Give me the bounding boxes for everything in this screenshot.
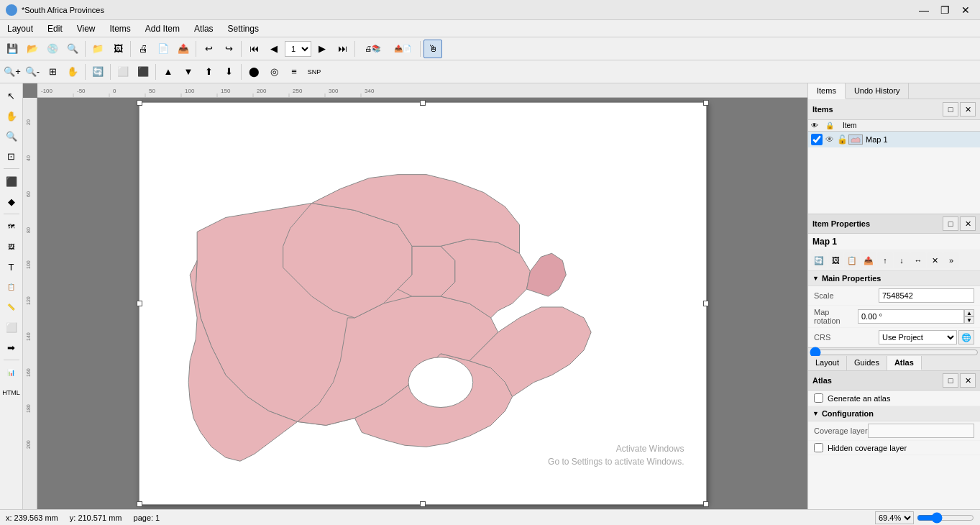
open-button[interactable]: 📂 (23, 40, 42, 58)
subtab-layout[interactable]: Layout (808, 356, 847, 370)
prop-delete-btn[interactable]: ✕ (927, 252, 943, 268)
prop-copy-btn[interactable]: 📋 (844, 252, 860, 268)
redo-button[interactable]: ↪ (219, 40, 238, 58)
prop-hscroll[interactable] (808, 347, 980, 356)
prop-export-btn[interactable]: 📤 (861, 252, 876, 268)
handle-mid-left[interactable] (137, 301, 142, 306)
coverage-layer-input[interactable] (868, 424, 974, 438)
items-expand-button[interactable]: □ (943, 102, 958, 117)
zoom-out-button[interactable]: 🔍- (23, 63, 42, 81)
map-rotation-input[interactable] (858, 309, 964, 324)
crs-select[interactable]: Use Project (879, 330, 957, 344)
item-prop-close[interactable]: ✕ (960, 216, 976, 231)
handle-top-right[interactable] (703, 100, 709, 106)
raise-button[interactable]: ▲ (159, 63, 178, 81)
menu-edit[interactable]: Edit (40, 22, 70, 35)
print-preview-button[interactable]: 🔍 (63, 40, 82, 58)
item-prop-expand[interactable]: □ (943, 216, 958, 231)
zoom-level-select[interactable]: 69.4% (875, 511, 914, 524)
menu-atlas[interactable]: Atlas (187, 22, 221, 35)
pan-tool[interactable]: ✋ (63, 63, 82, 81)
export-atlas-button[interactable]: 📤📄 (388, 40, 417, 58)
zoom-extent-left[interactable]: ⊡ (2, 147, 21, 165)
undo-button[interactable]: ↩ (199, 40, 218, 58)
hidden-coverage-checkbox[interactable] (814, 443, 823, 452)
export-svg-button[interactable]: 📤 (174, 40, 193, 58)
snap-button[interactable]: SNP (305, 63, 324, 81)
pan-tool-left[interactable]: ✋ (2, 106, 21, 125)
save-button[interactable]: 💾 (3, 40, 22, 58)
handle-bot-center[interactable] (420, 501, 426, 507)
prop-hscroll-bar[interactable] (810, 350, 979, 355)
prop-frame-btn[interactable]: 🖼 (828, 252, 843, 268)
ungroup-button[interactable]: ⬛ (134, 63, 152, 81)
handle-top-left[interactable] (137, 100, 142, 106)
print-button[interactable]: 🖨 (134, 40, 152, 58)
add-shape-tool[interactable]: ⬜ (2, 318, 21, 337)
group-button[interactable]: ⬜ (114, 63, 132, 81)
prop-move-down-btn[interactable]: ↓ (894, 252, 910, 268)
add-html-tool[interactable]: HTML (2, 383, 21, 402)
zoom-slider[interactable] (917, 512, 974, 524)
close-button[interactable]: ✕ (957, 3, 974, 17)
refresh-button[interactable]: 🔄 (88, 63, 107, 81)
zoom-in-button[interactable]: 🔍+ (3, 63, 22, 81)
prev-page-button[interactable]: ◀ (265, 40, 283, 58)
atlas-close-btn[interactable]: ✕ (960, 373, 976, 388)
item-visibility-map1[interactable]: 👁 (825, 134, 837, 145)
save-as-button[interactable]: 💿 (43, 40, 62, 58)
lower-bottom-button[interactable]: ⬇ (219, 63, 238, 81)
maximize-button[interactable]: ❐ (936, 3, 954, 17)
select-arrow-tool[interactable]: ↖ (2, 86, 21, 105)
menu-settings[interactable]: Settings (221, 22, 266, 35)
generate-atlas-checkbox[interactable] (814, 393, 823, 403)
configuration-section[interactable]: ▼ Configuration (808, 406, 980, 421)
node-tool[interactable]: ◆ (2, 192, 21, 211)
atlas-expand-btn[interactable]: □ (943, 373, 958, 388)
subtab-guides[interactable]: Guides (847, 356, 887, 370)
lower-button[interactable]: ▼ (179, 63, 198, 81)
first-page-button[interactable]: ⏮ (244, 40, 263, 58)
items-close-button[interactable]: ✕ (960, 102, 976, 117)
distribute-button[interactable]: ≡ (285, 63, 303, 81)
page-select[interactable]: 1 (285, 41, 311, 57)
crs-edit-button[interactable]: 🌐 (958, 330, 974, 344)
prop-resize-btn[interactable]: ↔ (910, 252, 926, 268)
item-lock-map1[interactable]: 🔓 (837, 134, 848, 145)
map-rotation-up[interactable]: ▲ (964, 309, 974, 316)
minimize-button[interactable]: — (915, 3, 933, 17)
handle-bot-left[interactable] (137, 501, 142, 507)
add-scalebar-tool[interactable]: 📏 (2, 298, 21, 316)
select-tool[interactable]: 🖱 (423, 40, 442, 58)
export-pdf-button[interactable]: 📄 (154, 40, 173, 58)
tab-items[interactable]: Items (808, 83, 846, 99)
move-item-tool[interactable]: ⬛ (2, 172, 21, 191)
map-rotation-down[interactable]: ▼ (964, 316, 974, 324)
last-page-button[interactable]: ⏭ (333, 40, 352, 58)
next-page-button[interactable]: ▶ (313, 40, 331, 58)
menu-items[interactable]: Items (103, 22, 138, 35)
add-map-tool[interactable]: 🗺 (2, 217, 21, 236)
handle-mid-right[interactable] (703, 301, 709, 306)
add-table-tool[interactable]: 📊 (2, 363, 21, 382)
align-right-button[interactable]: ◎ (265, 63, 283, 81)
main-properties-section[interactable]: ▼ Main Properties (808, 271, 980, 286)
add-label-tool[interactable]: T (2, 257, 21, 276)
menu-add-item[interactable]: Add Item (138, 22, 187, 35)
titlebar-controls[interactable]: — ❐ ✕ (915, 3, 974, 17)
add-legend-tool[interactable]: 📋 (2, 278, 21, 296)
handle-bot-right[interactable] (703, 501, 709, 507)
add-arrow-tool[interactable]: ➡ (2, 338, 21, 357)
prop-refresh-btn[interactable]: 🔄 (811, 252, 827, 268)
menu-layout[interactable]: Layout (0, 22, 40, 35)
export-image-button[interactable]: 🖼 (109, 40, 127, 58)
print-atlas-button[interactable]: 🖨📚 (358, 40, 387, 58)
zoom-full-button[interactable]: ⊞ (43, 63, 62, 81)
tab-undo-history[interactable]: Undo History (846, 83, 910, 99)
align-left-button[interactable]: ⬤ (244, 63, 263, 81)
prop-move-up-btn[interactable]: ↑ (877, 252, 893, 268)
open-file-button[interactable]: 📁 (88, 40, 107, 58)
prop-more-btn[interactable]: » (943, 252, 959, 268)
add-picture-tool[interactable]: 🖼 (2, 237, 21, 256)
zoom-tool-left[interactable]: 🔍 (2, 127, 21, 145)
